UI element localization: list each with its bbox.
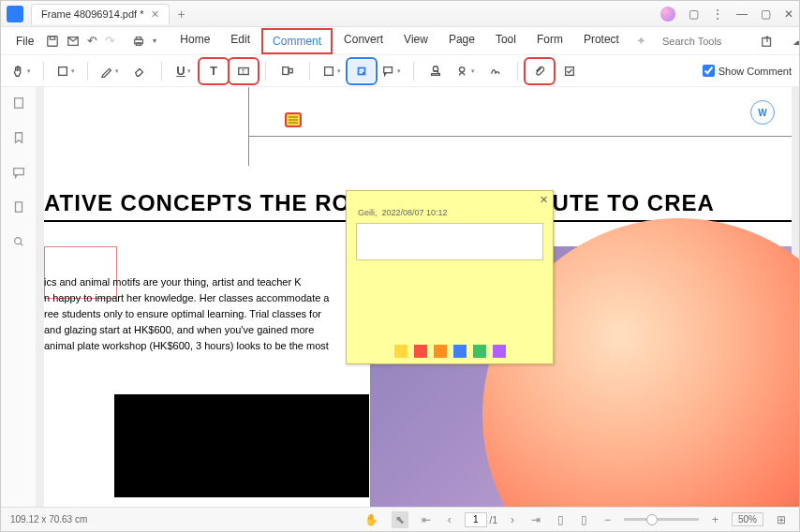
attachments-panel-icon[interactable] bbox=[12, 200, 25, 216]
sticky-note-tool[interactable] bbox=[348, 60, 375, 82]
textbox-tool[interactable]: T bbox=[230, 60, 257, 82]
tab-convert[interactable]: Convert bbox=[334, 28, 393, 54]
close-window-icon[interactable]: ✕ bbox=[784, 7, 793, 21]
color-purple[interactable] bbox=[493, 345, 506, 358]
shape-tool[interactable] bbox=[319, 60, 345, 82]
select-mode-icon[interactable]: ⬉ bbox=[392, 511, 408, 528]
callout-tool[interactable] bbox=[378, 60, 405, 82]
text-tool[interactable]: T bbox=[200, 60, 227, 82]
zoom-in-icon[interactable]: + bbox=[708, 513, 722, 526]
sticky-color-picker bbox=[347, 345, 553, 358]
kebab-icon[interactable]: ⋮ bbox=[712, 7, 723, 21]
assistant-icon[interactable] bbox=[660, 7, 675, 22]
color-blue[interactable] bbox=[453, 345, 467, 358]
sticky-note-marker[interactable] bbox=[286, 113, 301, 126]
svg-rect-10 bbox=[283, 66, 289, 74]
attachment-tool[interactable] bbox=[526, 60, 553, 82]
next-page-icon[interactable]: › bbox=[507, 513, 518, 526]
comments-panel-icon[interactable] bbox=[12, 166, 25, 182]
titlebar: Frame 48096914.pdf * ✕ + ▢ ⋮ — ▢ ✕ bbox=[1, 1, 799, 27]
print-dropdown-icon[interactable]: ▾ bbox=[153, 33, 156, 50]
minimize-icon[interactable]: — bbox=[736, 7, 748, 21]
show-comment-toggle[interactable]: Show Comment bbox=[703, 65, 792, 77]
tab-edit[interactable]: Edit bbox=[221, 28, 259, 54]
hand-mode-icon[interactable]: ✋ bbox=[361, 513, 382, 526]
signature-tool[interactable] bbox=[452, 60, 479, 82]
fit-page-icon[interactable]: ⊞ bbox=[773, 513, 790, 526]
eraser-tool[interactable] bbox=[126, 60, 153, 82]
continuous-page-icon[interactable]: ▯ bbox=[577, 513, 591, 526]
stamp-tool[interactable] bbox=[422, 60, 449, 82]
tab-home[interactable]: Home bbox=[170, 28, 219, 54]
ribbon-tabs: Home Edit Comment Convert View Page Tool… bbox=[170, 28, 629, 54]
color-green[interactable] bbox=[473, 345, 486, 358]
first-page-icon[interactable]: ⇤ bbox=[418, 513, 435, 526]
maximize-icon[interactable]: ▢ bbox=[761, 7, 771, 21]
print-icon[interactable] bbox=[132, 33, 145, 50]
thumbnails-icon[interactable] bbox=[12, 96, 25, 112]
file-menu[interactable]: File bbox=[8, 31, 41, 52]
svg-rect-12 bbox=[325, 66, 333, 75]
color-red[interactable] bbox=[414, 345, 427, 358]
search-input[interactable] bbox=[662, 36, 747, 47]
tab-close-icon[interactable]: ✕ bbox=[151, 8, 159, 21]
bookmarks-icon[interactable] bbox=[12, 131, 25, 147]
svg-point-16 bbox=[460, 66, 465, 71]
tab-view[interactable]: View bbox=[394, 28, 437, 54]
color-yellow[interactable] bbox=[394, 345, 407, 358]
page-input[interactable] bbox=[465, 512, 487, 527]
statusbar: 109.12 x 70.63 cm ✋ ⬉ ⇤ ‹ /1 › ⇥ ▯ ▯ − +… bbox=[1, 507, 799, 531]
zoom-level[interactable]: 50% bbox=[732, 512, 763, 526]
color-orange[interactable] bbox=[434, 345, 447, 358]
svg-rect-18 bbox=[14, 98, 22, 109]
export-word-badge[interactable]: W bbox=[750, 100, 775, 125]
svg-rect-1 bbox=[51, 36, 55, 39]
body-text: ics and animal motifs are your thing, ar… bbox=[44, 274, 334, 354]
sticky-close-icon[interactable]: ✕ bbox=[540, 194, 548, 206]
last-page-icon[interactable]: ⇥ bbox=[527, 513, 544, 526]
hand-tool[interactable] bbox=[8, 60, 35, 82]
mail-icon[interactable] bbox=[67, 33, 80, 50]
save-icon[interactable] bbox=[46, 33, 59, 50]
document-tab[interactable]: Frame 48096914.pdf * ✕ bbox=[31, 4, 170, 24]
sticky-text-input[interactable] bbox=[356, 223, 543, 260]
area-select-tool[interactable] bbox=[274, 60, 301, 82]
share-icon[interactable] bbox=[759, 33, 776, 50]
svg-rect-4 bbox=[137, 37, 141, 39]
svg-rect-20 bbox=[15, 202, 22, 213]
redo-icon[interactable]: ↷ bbox=[105, 33, 115, 50]
notify-icon[interactable]: ▢ bbox=[689, 7, 699, 21]
prev-page-icon[interactable]: ‹ bbox=[444, 513, 455, 526]
show-comment-label: Show Comment bbox=[719, 66, 792, 77]
tab-protect[interactable]: Protect bbox=[574, 28, 629, 54]
app-icon bbox=[7, 6, 23, 22]
cloud-icon[interactable]: ☁ bbox=[791, 33, 800, 50]
show-comment-checkbox[interactable] bbox=[703, 65, 715, 77]
single-page-icon[interactable]: ▯ bbox=[554, 513, 568, 526]
checkbox-tool[interactable] bbox=[556, 60, 583, 82]
tab-comment[interactable]: Comment bbox=[261, 28, 333, 54]
page-indicator: /1 bbox=[465, 512, 497, 527]
zoom-out-icon[interactable]: − bbox=[600, 513, 615, 526]
zoom-slider[interactable] bbox=[624, 518, 699, 521]
workspace: ATIVE CONCEPTS THE ROU CEPTS THE ROUTE T… bbox=[1, 87, 799, 507]
search-wand-icon[interactable]: ✦ bbox=[633, 33, 650, 50]
svg-rect-0 bbox=[48, 36, 58, 46]
underline-tool[interactable]: U bbox=[170, 60, 197, 82]
add-tab-button[interactable]: + bbox=[177, 7, 185, 22]
tab-title: Frame 48096914.pdf * bbox=[41, 8, 143, 20]
document-viewport[interactable]: ATIVE CONCEPTS THE ROU CEPTS THE ROUTE T… bbox=[37, 87, 799, 507]
tab-tool[interactable]: Tool bbox=[486, 28, 526, 54]
svg-point-21 bbox=[14, 238, 21, 244]
svg-point-15 bbox=[433, 66, 437, 70]
tab-page[interactable]: Page bbox=[439, 28, 484, 54]
svg-rect-7 bbox=[59, 66, 67, 75]
select-tool[interactable] bbox=[52, 60, 79, 82]
undo-icon[interactable]: ↶ bbox=[87, 33, 97, 50]
sign-tool[interactable] bbox=[482, 60, 509, 82]
search-panel-icon[interactable] bbox=[12, 235, 25, 251]
tab-form[interactable]: Form bbox=[527, 28, 572, 54]
pencil-tool[interactable] bbox=[96, 60, 123, 82]
svg-text:T: T bbox=[241, 67, 245, 74]
sticky-note-popup[interactable]: ✕ Geili, 2022/08/07 10:12 bbox=[346, 190, 554, 364]
